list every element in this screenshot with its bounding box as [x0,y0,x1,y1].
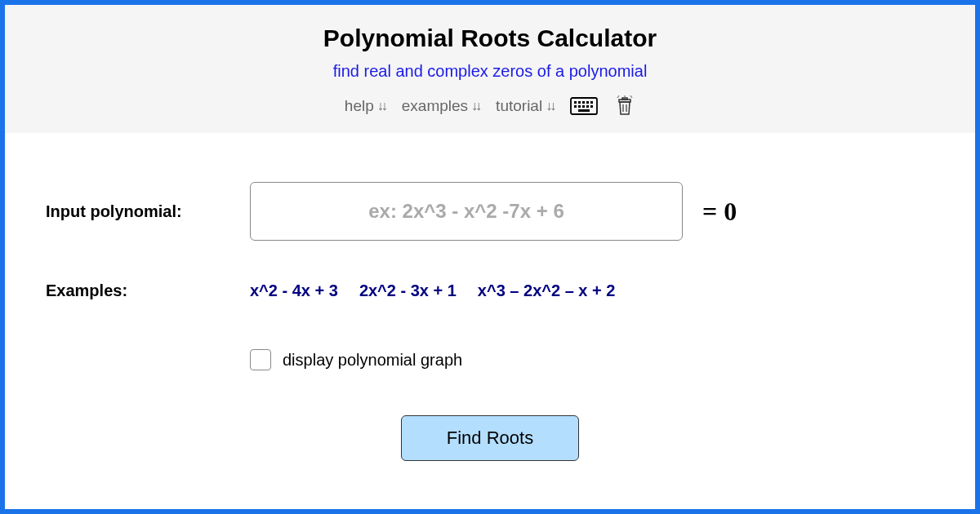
svg-line-14 [630,95,632,98]
svg-rect-8 [582,105,585,108]
down-arrows-icon: ↓↓ [546,99,554,113]
svg-rect-5 [590,101,593,104]
svg-rect-16 [622,98,627,100]
input-label: Input polynomial: [46,202,250,221]
help-link-label: help [345,97,374,115]
keyboard-icon[interactable] [570,97,598,115]
page-subtitle: find real and complex zeros of a polynom… [5,62,975,81]
find-roots-button[interactable]: Find Roots [401,415,579,461]
down-arrows-icon: ↓↓ [471,99,479,113]
svg-rect-2 [578,101,581,104]
svg-rect-1 [574,101,577,104]
example-item[interactable]: x^3 – 2x^2 – x + 2 [478,281,616,300]
examples-label: Examples: [46,281,250,300]
examples-list: x^2 - 4x + 3 2x^2 - 3x + 1 x^3 – 2x^2 – … [250,281,615,300]
main-content: Input polynomial: = 0 Examples: x^2 - 4x… [5,133,975,477]
svg-rect-3 [582,101,585,104]
page-title: Polynomial Roots Calculator [5,24,975,52]
tutorial-link[interactable]: tutorial ↓↓ [496,97,554,115]
help-link[interactable]: help ↓↓ [345,97,385,115]
checkbox-label: display polynomial graph [283,351,462,370]
svg-rect-10 [590,105,593,108]
example-item[interactable]: x^2 - 4x + 3 [250,281,338,300]
button-row: Find Roots [46,415,934,461]
examples-link-label: examples [402,97,468,115]
svg-rect-4 [586,101,589,104]
trash-icon[interactable] [614,95,635,117]
tutorial-link-label: tutorial [496,97,542,115]
examples-row: Examples: x^2 - 4x + 3 2x^2 - 3x + 1 x^3… [46,281,934,300]
polynomial-input[interactable] [250,182,683,241]
display-graph-checkbox[interactable] [250,349,271,370]
svg-rect-11 [578,109,590,112]
svg-rect-9 [586,105,589,108]
equals-zero-label: = 0 [702,197,737,227]
header: Polynomial Roots Calculator find real an… [5,5,975,133]
nav-links: help ↓↓ examples ↓↓ tutorial ↓↓ [5,95,975,117]
svg-line-12 [617,95,619,98]
examples-link[interactable]: examples ↓↓ [402,97,479,115]
svg-rect-6 [574,105,577,108]
input-row: Input polynomial: = 0 [46,182,934,241]
svg-rect-7 [578,105,581,108]
example-item[interactable]: 2x^2 - 3x + 1 [359,281,457,300]
down-arrows-icon: ↓↓ [377,99,385,113]
checkbox-row: display polynomial graph [250,349,934,370]
